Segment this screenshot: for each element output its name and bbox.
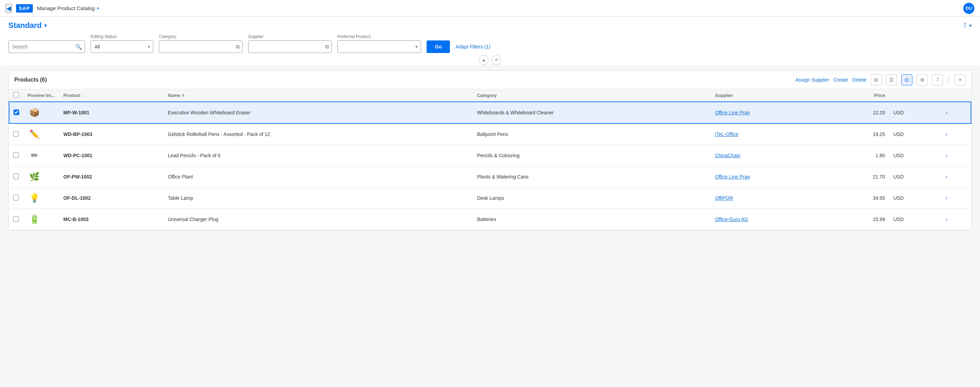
product-id: MC-B-1003 [64,217,89,222]
header-row: Preview Im... Product Name ⇅ Category [9,89,971,102]
grid-view-button[interactable]: ⊟ [901,74,912,85]
nav-arrow[interactable]: › [945,152,947,158]
product-name-cell: Lead Pencils - Pack of 6 [164,145,473,166]
price-col-header: Price [832,89,889,102]
currency-col-header [889,89,941,102]
product-image: 📦 [27,106,41,119]
product-id: WD-BP-1003 [64,131,92,137]
row-checkbox-cell [9,102,23,123]
products-panel: Products (6) Assign Supplier Create Dele… [8,70,972,231]
preview-cell: ✏️ [23,123,59,145]
select-all-checkbox[interactable] [13,92,19,98]
name-sort-icon[interactable]: ⇅ [181,94,185,97]
refresh-button[interactable]: ↺ [492,55,501,65]
search-icon-button[interactable]: 🔍 [75,44,82,50]
category-col-header: Category [473,89,711,102]
export-table-button[interactable]: ⤴ [932,74,943,85]
supplier-link[interactable]: ITeL-Office [715,131,738,137]
supplier-link[interactable]: ChinaChain [715,153,740,158]
price-cell: 19.25 [832,123,889,145]
settings-button[interactable]: ⚙ [916,74,928,85]
product-id: OF-PW-1002 [64,174,92,180]
nav-arrow-cell: › [941,188,971,209]
page-title-chevron[interactable]: ▾ [44,23,47,28]
supplier-link[interactable]: Office Line Prag [715,174,749,180]
assign-supplier-button[interactable]: Assign Supplier [795,77,829,83]
back-button[interactable]: ◀ [6,4,12,13]
row-checkbox-cell [9,166,23,188]
row-checkbox[interactable] [14,110,19,115]
category-cell: Batteries [473,209,711,230]
create-button[interactable]: Create [834,77,848,83]
supplier-link[interactable]: OffiPOR [715,195,733,201]
nav-col-header [941,89,971,102]
user-avatar[interactable]: DU [963,3,974,14]
category-copy-icon[interactable]: ⧉ [236,44,240,50]
preferred-product-select[interactable] [337,40,421,53]
nav-arrow-cell: › [941,166,971,188]
row-checkbox[interactable] [13,131,19,137]
product-id-cell: WD-PC-1001 [59,145,164,166]
filter-bar: 🔍 Editing Status: All ▾ Category: ⧉ Supp… [0,30,980,65]
copy-rows-button[interactable]: ⧉ [870,74,882,85]
product-name-cell: Universal Charger Plug [164,209,473,230]
search-input[interactable] [8,40,85,53]
row-checkbox[interactable] [13,174,19,179]
product-id-cell: OF-PW-1002 [59,166,164,188]
page-header-actions: ⤴ ▾ [963,22,972,29]
category-label: Category: [159,34,243,39]
app-title: Manage Product Catalog [37,5,95,11]
editing-status-select[interactable]: All [91,40,153,53]
row-checkbox-cell [9,209,23,230]
price-cell: 34.95 [832,188,889,209]
product-image: ✏ [27,148,41,162]
currency-cell: USD [889,209,941,230]
go-group: Go [426,40,450,53]
supplier-link[interactable]: Office-Guru AG [715,217,748,222]
category-cell: Ballpoint Pens [473,123,711,145]
category-cell: Desk Lamps [473,188,711,209]
nav-arrow-cell: › [941,209,971,230]
nav-arrow-cell: › [941,123,971,145]
nav-title-chevron[interactable]: ▾ [97,6,99,11]
nav-title: Manage Product Catalog ▾ [37,5,99,11]
toolbar-more-button[interactable]: ▾ [955,74,966,85]
delete-button[interactable]: Delete [853,77,866,83]
export-dropdown-chevron[interactable]: ▾ [969,23,972,28]
editing-status-label: Editing Status: [91,34,153,39]
row-checkbox[interactable] [13,195,19,201]
collapse-button[interactable]: ▲ [479,55,488,65]
supplier-cell: OffiPOR [711,188,832,209]
product-image: 🌿 [27,170,41,184]
product-name-cell: Office Plant [164,166,473,188]
product-name-cell: Table Lamp [164,188,473,209]
table-row: ✏️WD-BP-1003Gelstick Rollerball Pens - A… [9,123,971,145]
editing-status-wrapper: All ▾ [91,40,153,53]
supplier-input[interactable] [248,40,332,53]
go-button[interactable]: Go [426,40,450,53]
list-view-button[interactable]: ☰ [886,74,897,85]
main-content: Products (6) Assign Supplier Create Dele… [0,65,980,236]
category-input[interactable] [159,40,243,53]
nav-arrow[interactable]: › [945,195,947,201]
table-row: 📦MP-W-1001Executive Wooden Whiteboard Er… [9,102,971,123]
filter-row: 🔍 Editing Status: All ▾ Category: ⧉ Supp… [8,34,972,53]
supplier-copy-icon[interactable]: ⧉ [325,44,329,50]
table-header: Preview Im... Product Name ⇅ Category [9,89,971,102]
product-image: ✏️ [27,127,41,141]
supplier-link[interactable]: Office Line Prag [715,110,749,115]
nav-arrow[interactable]: › [945,131,947,137]
nav-arrow[interactable]: › [945,216,947,222]
nav-arrow[interactable]: › [945,110,947,115]
currency-cell: USD [889,102,941,123]
row-checkbox[interactable] [13,152,19,158]
adapt-filters-group: Adapt Filters (1) [455,40,490,53]
nav-arrow[interactable]: › [945,174,947,180]
row-checkbox[interactable] [13,216,19,222]
adapt-filters-button[interactable]: Adapt Filters (1) [455,40,490,53]
preferred-product-group: Preferred Product: ▾ [337,34,421,53]
supplier-cell: Office Line Prag [711,166,832,188]
search-group: 🔍 [8,40,85,53]
name-col-header: Name ⇅ [164,89,473,102]
export-icon[interactable]: ⤴ [963,22,966,29]
